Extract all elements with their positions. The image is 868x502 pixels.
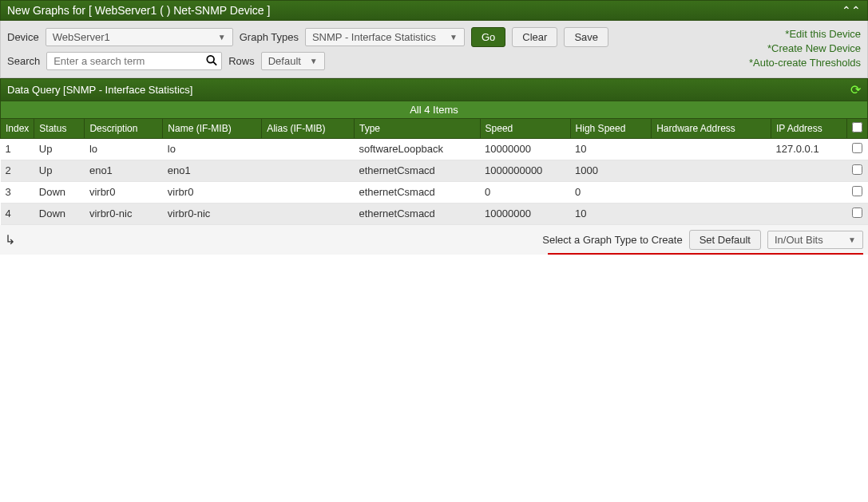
cell: 2 <box>1 160 34 181</box>
cell: 10000000 <box>480 203 570 224</box>
items-count-bar: All 4 Items <box>0 101 868 118</box>
cell: 0 <box>480 181 570 203</box>
cell <box>652 138 771 160</box>
cell <box>652 160 771 181</box>
cell: eno1 <box>163 160 262 181</box>
rows-select-value: Default <box>268 55 301 67</box>
cell: 4 <box>1 203 34 224</box>
col-alias[interactable]: Alias (IF-MIB) <box>262 118 355 138</box>
device-select-value: WebServer1 <box>53 31 110 43</box>
cell <box>262 160 355 181</box>
data-query-header: Data Query [SNMP - Interface Statistics]… <box>0 78 868 101</box>
graph-type-select-value: In/Out Bits <box>775 234 823 246</box>
table-row[interactable]: 2Upeno1eno1ethernetCsmacd10000000001000 <box>1 160 868 181</box>
right-links: *Edit this Device *Create New Device *Au… <box>749 27 861 71</box>
svg-line-1 <box>213 61 216 65</box>
cell: virbr0 <box>85 181 163 203</box>
cell <box>771 160 846 181</box>
save-button[interactable]: Save <box>564 27 608 47</box>
select-all-checkbox[interactable] <box>852 122 862 132</box>
graph-type-select[interactable]: In/Out Bits ▼ <box>767 231 863 249</box>
chevron-down-icon: ▼ <box>848 235 856 244</box>
row-checkbox[interactable] <box>852 208 862 218</box>
create-device-link[interactable]: *Create New Device <box>767 42 861 54</box>
col-select-all <box>847 118 868 138</box>
graph-types-value: SNMP - Interface Statistics <box>312 31 436 43</box>
device-select[interactable]: WebServer1 ▼ <box>46 28 233 46</box>
cell <box>262 203 355 224</box>
set-default-button[interactable]: Set Default <box>689 230 761 250</box>
cell: Down <box>34 203 85 224</box>
cell <box>262 181 355 203</box>
cell <box>652 181 771 203</box>
cell: Up <box>34 160 85 181</box>
row-select-cell <box>847 160 868 181</box>
cell: ethernetCsmacd <box>354 160 480 181</box>
interface-table: Index Status Description Name (IF-MIB) A… <box>0 118 868 225</box>
col-high-speed[interactable]: High Speed <box>570 118 652 138</box>
go-button[interactable]: Go <box>471 27 505 47</box>
selection-arrow-icon: ↳ <box>5 232 15 247</box>
table-row[interactable]: 3Downvirbr0virbr0ethernetCsmacd00 <box>1 181 868 203</box>
graph-types-select[interactable]: SNMP - Interface Statistics ▼ <box>305 28 465 46</box>
table-header-row: Index Status Description Name (IF-MIB) A… <box>1 118 868 138</box>
edit-device-link[interactable]: *Edit this Device <box>785 28 861 40</box>
cell: ethernetCsmacd <box>354 181 480 203</box>
refresh-icon[interactable]: ⟳ <box>850 82 861 97</box>
graph-type-dropdown: In/Out BitsIn/Out Bits (64-bit Counters)… <box>548 253 863 255</box>
row-checkbox[interactable] <box>852 143 862 153</box>
search-input[interactable] <box>46 52 222 70</box>
action-footer: ↳ Select a Graph Type to Create Set Defa… <box>0 225 868 255</box>
col-speed[interactable]: Speed <box>480 118 570 138</box>
page-title: New Graphs for [ WebServer1 ( ) Net-SNMP… <box>7 4 842 17</box>
row-select-cell <box>847 181 868 203</box>
search-icon[interactable] <box>206 54 217 68</box>
rows-label: Rows <box>228 55 255 67</box>
rows-select[interactable]: Default ▼ <box>261 52 325 70</box>
col-description[interactable]: Description <box>85 118 163 138</box>
col-hw-addr[interactable]: Hardware Address <box>652 118 771 138</box>
cell: 1000 <box>570 160 652 181</box>
cell: virbr0-nic <box>85 203 163 224</box>
cell: lo <box>85 138 163 160</box>
cell: 1000000000 <box>480 160 570 181</box>
data-query-title: Data Query [SNMP - Interface Statistics] <box>7 84 850 96</box>
cell: eno1 <box>85 160 163 181</box>
cell: 3 <box>1 181 34 203</box>
graph-type-prompt: Select a Graph Type to Create <box>542 234 682 246</box>
col-name[interactable]: Name (IF-MIB) <box>163 118 262 138</box>
page-header: New Graphs for [ WebServer1 ( ) Net-SNMP… <box>0 0 868 21</box>
cell: 10 <box>570 138 652 160</box>
graph-types-label: Graph Types <box>240 31 299 43</box>
filter-bar: Device WebServer1 ▼ Graph Types SNMP - I… <box>0 21 868 78</box>
chevron-down-icon: ▼ <box>310 57 318 65</box>
table-row[interactable]: 4Downvirbr0-nicvirbr0-nicethernetCsmacd1… <box>1 203 868 224</box>
cell: 1 <box>1 138 34 160</box>
auto-thresholds-link[interactable]: *Auto-create Thresholds <box>749 57 861 69</box>
row-checkbox[interactable] <box>852 164 862 175</box>
cell: Down <box>34 181 85 203</box>
col-index[interactable]: Index <box>1 118 34 138</box>
cell: lo <box>163 138 262 160</box>
chevron-down-icon: ▼ <box>218 33 226 42</box>
cell: 127.0.0.1 <box>771 138 846 160</box>
col-status[interactable]: Status <box>34 118 85 138</box>
cell: Up <box>34 138 85 160</box>
col-type[interactable]: Type <box>354 118 480 138</box>
search-label: Search <box>7 55 40 67</box>
cell: 10000000 <box>480 138 570 160</box>
cell: virbr0 <box>163 181 262 203</box>
svg-point-0 <box>208 56 215 63</box>
row-checkbox[interactable] <box>852 186 862 196</box>
col-ip-addr[interactable]: IP Address <box>771 118 846 138</box>
cell: 10 <box>570 203 652 224</box>
cell: virbr0-nic <box>163 203 262 224</box>
table-row[interactable]: 1UplolosoftwareLoopback1000000010127.0.0… <box>1 138 868 160</box>
cell <box>262 138 355 160</box>
cell <box>771 181 846 203</box>
collapse-icon[interactable]: ⌃⌃ <box>842 4 861 17</box>
clear-button[interactable]: Clear <box>512 27 557 47</box>
row-select-cell <box>847 203 868 224</box>
cell: 0 <box>570 181 652 203</box>
chevron-down-icon: ▼ <box>450 33 458 42</box>
